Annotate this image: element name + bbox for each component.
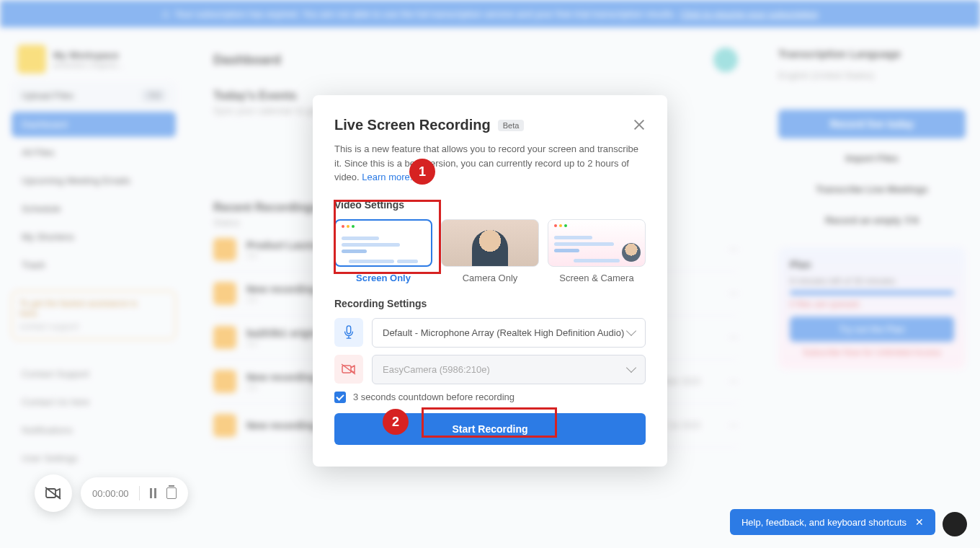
help-avatar-icon[interactable] (943, 512, 967, 536)
widget-timer: 00:00:00 (92, 488, 129, 499)
recorder-widget: 00:00:00 (35, 474, 188, 512)
countdown-label: 3 seconds countdown before recording (353, 392, 514, 402)
widget-trash-icon[interactable] (166, 487, 177, 499)
recording-settings-heading: Recording Settings (334, 298, 646, 309)
svg-rect-0 (347, 326, 350, 334)
start-recording-button[interactable]: Start Recording (334, 413, 646, 445)
widget-pause-icon[interactable] (150, 488, 156, 498)
option-screen-and-camera[interactable]: Screen & Camera (548, 219, 646, 283)
option-camera-only[interactable]: Camera Only (441, 219, 539, 283)
chevron-down-icon (626, 326, 636, 336)
camera-off-icon[interactable] (334, 355, 363, 384)
beta-badge: Beta (498, 120, 525, 131)
widget-camera-off-icon[interactable] (35, 474, 72, 512)
help-feedback-pill[interactable]: Help, feedback, and keyboard shortcuts ✕ (730, 509, 935, 535)
option-screen-only[interactable]: Screen Only (334, 219, 432, 283)
help-close-icon[interactable]: ✕ (915, 516, 924, 528)
annotation-number-1: 1 (409, 159, 435, 185)
microphone-icon[interactable] (334, 318, 363, 347)
video-settings-heading: Video Settings (334, 199, 646, 211)
microphone-select[interactable]: Default - Microphone Array (Realtek High… (372, 318, 646, 348)
countdown-checkbox[interactable] (334, 392, 346, 403)
close-icon[interactable] (633, 118, 646, 131)
camera-select: EasyCamera (5986:210e) (372, 355, 646, 384)
annotation-number-2: 2 (383, 409, 409, 435)
learn-more-link[interactable]: Learn more. (362, 172, 412, 182)
modal-title: Live Screen Recording (334, 117, 491, 133)
modal-description: This is a new feature that allows you to… (334, 142, 646, 185)
chevron-down-icon (626, 363, 636, 373)
screen-recording-modal: Live Screen Recording Beta This is a new… (313, 95, 667, 467)
